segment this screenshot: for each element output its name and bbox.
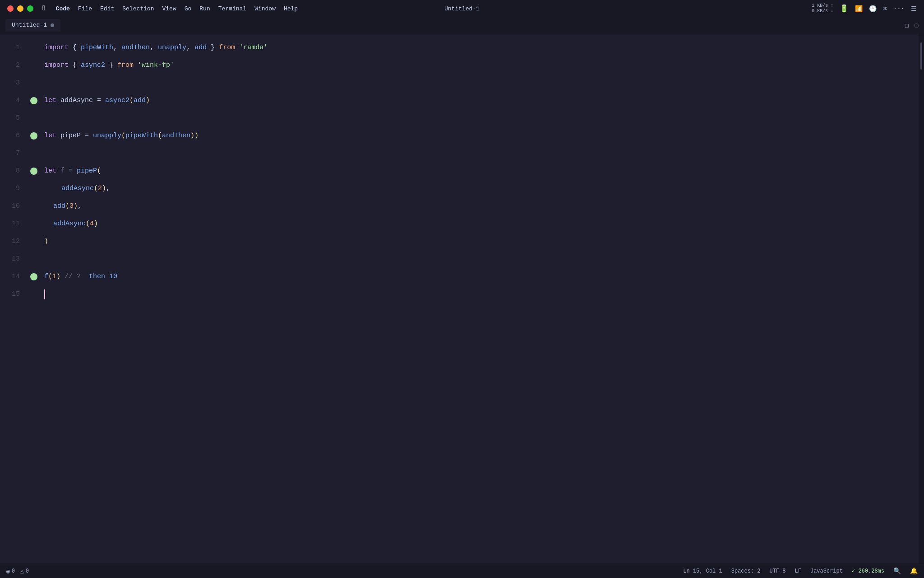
editor: 1 2 3 4 5 6 7 8 9 10 11 12 13 14 15: [0, 33, 924, 564]
line-number-2: 2: [0, 56, 27, 74]
breakpoint-6[interactable]: [30, 132, 37, 140]
code-line-8: let f = pipeP (: [44, 162, 924, 180]
wifi-icon: 📶: [855, 5, 863, 13]
line-number-13: 13: [0, 250, 27, 268]
code-line-9: addAsync ( 2 ) ,: [44, 180, 924, 197]
code-line-5: [44, 109, 924, 127]
line-number-3: 3: [0, 74, 27, 92]
code-line-7: [44, 144, 924, 162]
status-right: Ln 15, Col 1 Spaces: 2 UTF-8 LF JavaScri…: [683, 567, 918, 575]
titlebar-right: 1 KB/s ↑ 0 KB/s ↓ 🔋 📶 🕐 ⌘ ··· ☰: [812, 3, 917, 14]
warning-number: 0: [26, 568, 29, 574]
apple-menu: : [42, 5, 47, 13]
menu-run[interactable]: Run: [199, 5, 210, 12]
menu-code[interactable]: Code: [56, 5, 70, 12]
statusbar: ◉ 0 △ 0 Ln 15, Col 1 Spaces: 2 UTF-8 LF …: [0, 564, 924, 578]
menu-bar: Code File Edit Selection View Go Run Ter…: [56, 5, 298, 12]
scrollbar[interactable]: [919, 33, 924, 564]
error-count[interactable]: ◉ 0 △ 0: [6, 568, 29, 575]
line-number-12: 12: [0, 233, 27, 250]
menu-selection[interactable]: Selection: [122, 5, 154, 12]
code-line-13: [44, 250, 924, 268]
scrollbar-thumb[interactable]: [920, 42, 922, 70]
menu-go[interactable]: Go: [185, 5, 192, 12]
menu-window[interactable]: Window: [254, 5, 276, 12]
tabbar: Untitled-1 ☐ ◯: [0, 17, 924, 33]
notification-icon[interactable]: 🔍: [893, 567, 901, 575]
code-line-4: let addAsync = async2 ( add ): [44, 92, 924, 109]
menu-help[interactable]: Help: [284, 5, 298, 12]
circle-icon[interactable]: ◯: [914, 21, 919, 30]
battery-icon: 🔋: [840, 4, 849, 13]
cursor-position[interactable]: Ln 15, Col 1: [683, 568, 722, 574]
timing: ✓ 260.28ms: [852, 568, 884, 574]
traffic-lights: [7, 5, 33, 12]
code-line-10: add ( 3 ) ,: [44, 197, 924, 215]
apple-icon: : [42, 5, 47, 13]
code-line-2: import { async2 } from 'wink-fp': [44, 56, 924, 74]
eol[interactable]: LF: [795, 568, 801, 574]
editor-tab[interactable]: Untitled-1: [5, 19, 60, 32]
line-number-15: 15: [0, 285, 27, 303]
code-line-14: f ( 1 ) // ? then 10: [44, 268, 924, 285]
upload-speed: 1 KB/s ↑: [812, 3, 833, 9]
status-left: ◉ 0 △ 0: [6, 568, 29, 575]
titlebar-left:  Code File Edit Selection View Go Run T…: [7, 5, 298, 13]
line-numbers: 1 2 3 4 5 6 7 8 9 10 11 12 13 14 15: [0, 33, 27, 564]
split-editor-icon[interactable]: ☐: [905, 21, 909, 30]
breakpoint-4[interactable]: [30, 97, 37, 104]
line-number-1: 1: [0, 39, 27, 56]
code-line-3: [44, 74, 924, 92]
download-speed: 0 KB/s ↓: [812, 9, 833, 14]
menu-terminal[interactable]: Terminal: [218, 5, 246, 12]
warning-icon: △: [20, 568, 24, 575]
line-number-8: 8: [0, 162, 27, 180]
code-line-1: import { pipeWith , andThen , unapply , …: [44, 39, 924, 56]
minimize-button[interactable]: [17, 5, 23, 12]
menu-edit[interactable]: Edit: [100, 5, 114, 12]
list-icon: ☰: [911, 5, 917, 13]
error-icon: ◉: [6, 568, 10, 575]
line-number-14: 14: [0, 268, 27, 285]
breakpoint-8[interactable]: [30, 168, 37, 175]
network-speed: 1 KB/s ↑ 0 KB/s ↓: [812, 3, 833, 14]
clock-icon: 🕐: [869, 5, 877, 13]
titlebar:  Code File Edit Selection View Go Run T…: [0, 0, 924, 17]
spotlight-icon: ⌘: [883, 5, 887, 13]
code-editor[interactable]: import { pipeWith , andThen , unapply , …: [41, 33, 924, 564]
language-mode[interactable]: JavaScript: [810, 568, 843, 574]
window-title: Untitled-1: [444, 5, 480, 12]
tab-label: Untitled-1: [12, 22, 47, 28]
line-number-9: 9: [0, 180, 27, 197]
error-number: 0: [12, 568, 15, 574]
menu-file[interactable]: File: [78, 5, 92, 12]
breakpoint-14[interactable]: [30, 273, 37, 280]
kw-import-1: import: [44, 39, 69, 56]
tab-right-icons: ☐ ◯: [905, 21, 919, 30]
line-number-11: 11: [0, 215, 27, 233]
indentation[interactable]: Spaces: 2: [731, 568, 761, 574]
encoding[interactable]: UTF-8: [770, 568, 786, 574]
breakpoints-column: [27, 33, 41, 564]
maximize-button[interactable]: [27, 5, 33, 12]
bell-icon[interactable]: 🔔: [910, 567, 918, 575]
line-number-7: 7: [0, 144, 27, 162]
code-line-6: let pipeP = unapply ( pipeWith ( andThen…: [44, 127, 924, 144]
code-line-11: addAsync ( 4 ): [44, 215, 924, 233]
line-number-5: 5: [0, 109, 27, 127]
more-icon: ···: [893, 5, 905, 12]
line-number-10: 10: [0, 197, 27, 215]
menu-view[interactable]: View: [162, 5, 176, 12]
line-number-4: 4: [0, 92, 27, 109]
code-line-12: ): [44, 233, 924, 250]
code-line-15: [44, 285, 924, 303]
line-number-6: 6: [0, 127, 27, 144]
unsaved-dot: [51, 23, 54, 27]
close-button[interactable]: [7, 5, 14, 12]
